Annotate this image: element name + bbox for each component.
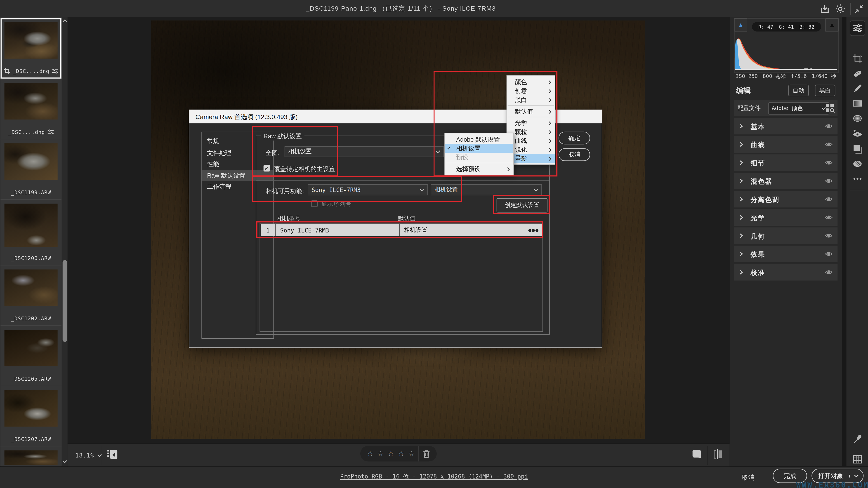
menu-item-creative[interactable]: 创意 [507, 86, 555, 95]
section-detail[interactable]: 细节 [734, 154, 837, 171]
single-view-icon[interactable] [691, 448, 703, 462]
crop-tool-icon[interactable] [850, 52, 864, 66]
eye-icon[interactable] [825, 123, 833, 129]
eyedropper-icon[interactable] [850, 432, 864, 447]
menu-item-bw[interactable]: 黑白 [507, 95, 555, 104]
eye-icon[interactable] [825, 177, 833, 184]
row-more-button[interactable]: ●●● [525, 228, 542, 233]
section-geometry[interactable]: 几何 [734, 228, 837, 244]
section-curve[interactable]: 曲线 [734, 136, 837, 153]
snapshot-icon[interactable] [850, 157, 864, 171]
thumbnail-image[interactable] [4, 269, 58, 306]
filmstrip-item[interactable]: _DSC....dng [0, 79, 61, 139]
filmstrip-toggle-icon[interactable] [105, 448, 120, 462]
panel-scrollbar[interactable] [842, 17, 846, 466]
filmstrip-item-selected[interactable]: _DSC....dng [0, 18, 61, 78]
red-eye-tool-icon[interactable] [850, 126, 864, 140]
trash-icon[interactable] [423, 450, 430, 458]
menu-item-camera-settings[interactable]: ✓相机设置 [445, 144, 513, 153]
highlight-clipping-icon[interactable]: ▲ [825, 18, 839, 32]
camera-default-select[interactable]: 相机设置 [431, 184, 542, 195]
section-split-toning[interactable]: 分离色调 [734, 191, 837, 207]
more-tools-icon[interactable] [850, 171, 864, 186]
workflow-options-link[interactable]: ProPhoto RGB - 16 位 - 12078 x 10268 (124… [340, 473, 528, 481]
menu-item-curves[interactable]: 曲线 [507, 136, 555, 145]
filmstrip-item[interactable]: _DSC1200.ARW [0, 200, 61, 265]
scroll-down-icon[interactable] [62, 459, 67, 465]
eye-icon[interactable] [825, 232, 833, 239]
menu-item-choose-preset[interactable]: 选择预设 [445, 164, 513, 173]
filmstrip-scrollbar[interactable] [62, 17, 67, 466]
section-basic[interactable]: 基本 [734, 118, 837, 134]
star-icon[interactable]: ☆ [388, 446, 394, 462]
eye-icon[interactable] [825, 159, 833, 166]
filmstrip-item[interactable]: _DSC1207.ARW [0, 386, 61, 447]
profile-select[interactable]: Adobe 颜色 [768, 102, 829, 115]
eye-icon[interactable] [825, 141, 833, 148]
menu-item-preset[interactable]: 预设 [445, 153, 513, 162]
thumbnail-image[interactable] [4, 450, 58, 465]
section-effects[interactable]: 效果 [734, 246, 837, 262]
filmstrip-item[interactable]: _DSC1199.ARW [0, 139, 61, 200]
menu-item-optics[interactable]: 光学 [507, 119, 555, 127]
healing-tool-icon[interactable] [850, 66, 864, 81]
create-default-button[interactable]: 创建默认设置 [497, 198, 548, 213]
thumbnail-image[interactable] [4, 143, 58, 180]
eye-icon[interactable] [825, 269, 833, 275]
menu-item-sharpen[interactable]: 锐化 [507, 145, 555, 154]
histogram-curve [735, 36, 837, 71]
shadow-clipping-icon[interactable]: ▲ [734, 18, 747, 32]
bw-button[interactable]: 黑白 [815, 85, 835, 96]
zoom-level-select[interactable]: 18.1% [72, 448, 105, 463]
before-after-view-icon[interactable] [712, 448, 724, 462]
auto-button[interactable]: 自动 [788, 85, 809, 96]
thumbnail-image[interactable] [4, 83, 58, 120]
thumbnail-image[interactable] [4, 203, 58, 247]
filmstrip-item-partial[interactable] [0, 447, 61, 466]
save-image-icon[interactable] [819, 3, 830, 14]
menu-item-color[interactable]: 颜色 [507, 77, 555, 86]
override-checkbox[interactable]: ✓ [264, 165, 270, 171]
section-calibration[interactable]: 校准 [734, 264, 837, 281]
grid-view-icon[interactable] [850, 452, 864, 466]
star-icon[interactable]: ☆ [398, 446, 404, 462]
scrollbar-thumb[interactable] [63, 260, 67, 342]
ok-button[interactable]: 确定 [559, 132, 590, 144]
scroll-up-icon[interactable] [62, 18, 67, 25]
open-options-chevron-icon[interactable] [849, 475, 863, 477]
dialog-cancel-button[interactable]: 取消 [559, 148, 590, 161]
menu-item-grain[interactable]: 颗粒 [507, 127, 555, 136]
star-icon[interactable]: ☆ [408, 446, 415, 462]
master-default-select[interactable]: 相机设置 [285, 146, 444, 157]
eye-icon[interactable] [825, 214, 833, 221]
menu-item-defaults[interactable]: 默认值 [507, 107, 555, 116]
checkmark-icon: ✓ [447, 144, 452, 153]
exit-fullscreen-icon[interactable] [854, 3, 865, 14]
menu-item-vignette[interactable]: 晕影 [507, 154, 555, 163]
edit-tool-icon[interactable] [849, 21, 865, 36]
gradient-filter-icon[interactable] [850, 96, 864, 111]
thumbnail-image[interactable] [4, 330, 58, 366]
filmstrip-item[interactable]: _DSC1202.ARW [0, 266, 61, 326]
camera-model-select[interactable]: Sony ILCE-7RM3 [308, 184, 428, 195]
preferences-gear-icon[interactable] [835, 3, 846, 14]
menu-item-adobe-defaults[interactable]: Adobe 默认设置 [445, 135, 513, 144]
brush-tool-icon[interactable] [850, 81, 864, 96]
section-optics[interactable]: 光学 [734, 209, 837, 226]
eye-icon[interactable] [825, 196, 833, 202]
profile-browser-icon[interactable] [825, 103, 835, 113]
presets-icon[interactable] [850, 142, 864, 156]
thumbnail-image[interactable] [4, 390, 58, 427]
serial-checkbox[interactable] [311, 200, 318, 207]
filmstrip-item[interactable]: _DSC1205.ARW [0, 326, 61, 386]
star-icon[interactable]: ☆ [377, 446, 384, 462]
table-row[interactable]: 1 Sony ILCE-7RM3 相机设置 ●●● [260, 224, 542, 236]
eye-icon[interactable] [825, 251, 833, 257]
section-mixer[interactable]: 混色器 [734, 173, 837, 189]
star-icon[interactable]: ☆ [367, 446, 373, 462]
cancel-button[interactable]: 取消 [742, 474, 754, 482]
radial-filter-icon[interactable] [850, 111, 864, 126]
tool-rail [846, 17, 868, 466]
override-label: 覆盖特定相机的主设置 [274, 165, 335, 173]
thumbnail-image[interactable] [4, 22, 58, 59]
